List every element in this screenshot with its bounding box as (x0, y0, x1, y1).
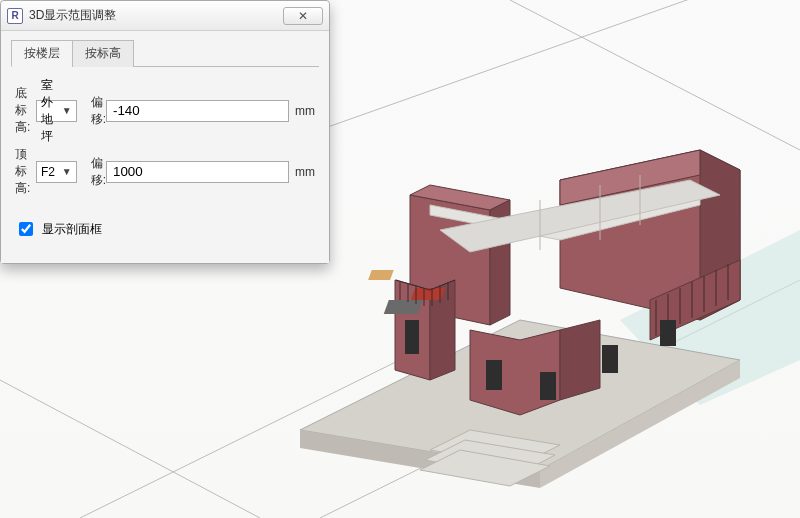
svg-rect-38 (405, 320, 419, 354)
combo-top[interactable]: F2 ▼ (36, 161, 77, 183)
label-bottom: 底标高: (15, 85, 36, 136)
chevron-down-icon: ▼ (62, 166, 72, 177)
tabs: 按楼层 按标高 (11, 39, 319, 67)
svg-rect-40 (540, 372, 556, 400)
row-show-section-box: 显示剖面框 (15, 219, 315, 239)
tab-by-level[interactable]: 按标高 (72, 40, 134, 67)
app-icon: R (7, 8, 23, 24)
combo-bottom-value: 室外地坪 (41, 77, 62, 145)
label-offset-top: 偏移: (91, 155, 106, 189)
svg-marker-18 (560, 320, 600, 400)
label-offset-bottom: 偏移: (91, 94, 106, 128)
input-offset-top[interactable] (106, 161, 289, 183)
unit-bottom: mm (295, 104, 315, 118)
unit-top: mm (295, 165, 315, 179)
svg-line-0 (0, 380, 260, 518)
svg-rect-41 (602, 345, 618, 373)
svg-line-2 (510, 0, 800, 150)
checkbox-show-section-box[interactable] (19, 222, 33, 236)
row-bottom-level: 底标高: 室外地坪 ▼ 偏移: mm (15, 85, 315, 136)
dialog-body: 按楼层 按标高 底标高: 室外地坪 ▼ 偏移: mm 顶标高: F2 ▼ (1, 31, 329, 263)
dialog-titlebar[interactable]: R 3D显示范围调整 ✕ (1, 1, 329, 31)
form: 底标高: 室外地坪 ▼ 偏移: mm 顶标高: F2 ▼ 偏移: mm (11, 67, 319, 251)
tab-by-floor[interactable]: 按楼层 (11, 40, 73, 67)
input-offset-bottom[interactable] (106, 100, 289, 122)
svg-rect-39 (486, 360, 502, 390)
checkbox-label: 显示剖面框 (42, 221, 102, 238)
combo-top-value: F2 (41, 165, 55, 179)
svg-rect-37 (368, 270, 394, 280)
close-icon: ✕ (298, 9, 308, 23)
dialog-title: 3D显示范围调整 (29, 7, 116, 24)
svg-rect-42 (660, 320, 676, 346)
svg-rect-36 (384, 300, 423, 314)
close-button[interactable]: ✕ (283, 7, 323, 25)
chevron-down-icon: ▼ (62, 105, 72, 116)
combo-bottom[interactable]: 室外地坪 ▼ (36, 100, 77, 122)
dialog-3d-range: R 3D显示范围调整 ✕ 按楼层 按标高 底标高: 室外地坪 ▼ 偏移: mm (0, 0, 330, 264)
label-top: 顶标高: (15, 146, 36, 197)
row-top-level: 顶标高: F2 ▼ 偏移: mm (15, 146, 315, 197)
